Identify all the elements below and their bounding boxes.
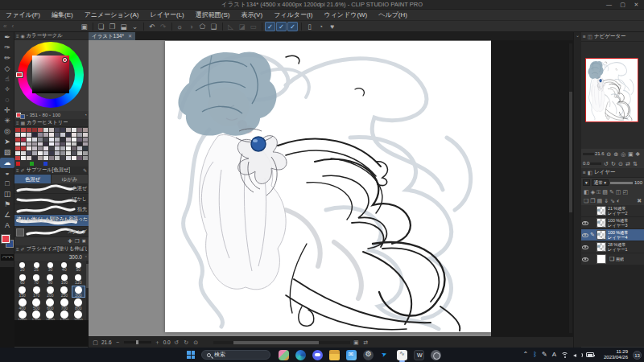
selection-border-icon[interactable]: ▭ bbox=[248, 22, 258, 31]
navigator-toggle-icon[interactable]: ▢ bbox=[92, 339, 99, 346]
history-swatch[interactable] bbox=[43, 146, 48, 150]
layer-thumbnail[interactable] bbox=[597, 242, 606, 252]
twitter-icon[interactable] bbox=[380, 350, 390, 360]
history-swatch[interactable] bbox=[32, 128, 37, 132]
add-subtool-icon[interactable]: ✚ bbox=[68, 238, 72, 245]
move-tool[interactable]: ✛ bbox=[0, 105, 14, 116]
figure-tool[interactable]: □ bbox=[0, 179, 14, 189]
navigator-rotation-slider[interactable] bbox=[590, 162, 601, 165]
clip-at-layer-below-icon[interactable]: ◧ bbox=[584, 189, 589, 195]
brush-size-50[interactable]: 50 bbox=[72, 261, 85, 274]
color-history-header[interactable]: ≡ ▦ カラーヒストリー bbox=[14, 119, 89, 127]
frame-tool[interactable]: ◫ bbox=[0, 189, 14, 200]
create-mask-icon[interactable]: ◐ bbox=[617, 198, 620, 204]
panel-menu-icon[interactable]: ≡ bbox=[583, 170, 586, 175]
menu-animation[interactable]: アニメーション(A) bbox=[79, 10, 145, 21]
reset-rotation-icon[interactable]: ⊙ bbox=[617, 160, 624, 167]
brush-size-500[interactable]: 500 bbox=[29, 298, 43, 310]
layer-opacity-value[interactable]: 100 bbox=[634, 180, 642, 185]
history-marker[interactable] bbox=[30, 162, 34, 166]
deselect-icon[interactable]: ⬠ bbox=[197, 22, 208, 31]
history-swatch[interactable] bbox=[83, 146, 88, 150]
brush-size-700[interactable]: 700 bbox=[57, 298, 71, 310]
history-swatch[interactable] bbox=[21, 146, 26, 150]
document-tab[interactable]: イラスト134* ✕ bbox=[89, 32, 135, 40]
subtool-item[interactable]: 色混ぜ bbox=[14, 183, 89, 194]
history-swatch[interactable] bbox=[66, 156, 71, 160]
wifi-icon[interactable] bbox=[561, 352, 568, 358]
brush-size-value[interactable]: 300.0 bbox=[69, 254, 82, 260]
widgets-weather-icon[interactable] bbox=[279, 350, 289, 360]
brush-size-value-row[interactable]: 300.0 ⌃⌄ bbox=[14, 253, 89, 261]
history-swatch[interactable] bbox=[49, 156, 54, 160]
history-swatch[interactable] bbox=[38, 133, 43, 137]
status-flip-icon[interactable]: ⇄ bbox=[362, 339, 369, 346]
foreground-color-swatch[interactable] bbox=[2, 235, 10, 243]
color-wheel[interactable] bbox=[14, 40, 89, 111]
mail-icon[interactable] bbox=[346, 350, 357, 360]
layer-visibility-icon[interactable] bbox=[582, 257, 588, 261]
history-swatch[interactable] bbox=[72, 138, 76, 142]
decoration-tool[interactable]: ✳ bbox=[0, 116, 14, 126]
brush-size-70[interactable]: 70 bbox=[29, 274, 43, 286]
right-dock-divider[interactable]: ⌄ bbox=[573, 32, 581, 348]
menu-selection[interactable]: 選択範囲(S) bbox=[190, 10, 236, 21]
start-button[interactable] bbox=[187, 351, 195, 359]
layer-thumbnail[interactable] bbox=[597, 230, 606, 240]
collapse-panel-icon[interactable]: ‹ bbox=[11, 23, 14, 30]
panel-menu-icon[interactable]: ≡ bbox=[16, 34, 19, 39]
brush-size-60[interactable]: 60 bbox=[15, 274, 29, 286]
subtool-tab-色混ぜ[interactable]: 色混ぜ bbox=[14, 175, 52, 183]
new-folder-icon[interactable]: ▤ bbox=[597, 198, 603, 204]
layer-row[interactable]: 100 %通常レイヤー3 bbox=[581, 217, 644, 229]
history-swatch[interactable] bbox=[77, 133, 82, 137]
layer-row[interactable]: ✎100 %通常レイヤー4 bbox=[581, 229, 644, 241]
history-swatch[interactable] bbox=[83, 133, 88, 137]
history-swatch[interactable] bbox=[15, 151, 20, 155]
brush-size-600[interactable]: 600 bbox=[43, 298, 57, 310]
status-reset-icon[interactable]: ⊙ bbox=[192, 339, 200, 346]
history-swatch[interactable] bbox=[21, 128, 26, 132]
history-swatch[interactable] bbox=[15, 138, 20, 142]
brush-size-170[interactable]: 170 bbox=[29, 286, 43, 298]
history-swatch[interactable] bbox=[66, 142, 71, 146]
subtool-tab-ゆがみ[interactable]: ゆがみ bbox=[52, 175, 89, 183]
history-swatch[interactable] bbox=[49, 133, 54, 137]
brush-size-25[interactable]: 25 bbox=[29, 261, 43, 274]
zoom-out-icon[interactable]: ⊖ bbox=[605, 150, 613, 158]
history-swatch[interactable] bbox=[66, 128, 71, 132]
mini-background-swatch[interactable] bbox=[20, 114, 25, 119]
scale-rotate-icon[interactable]: ◺ bbox=[225, 22, 236, 31]
lasso-tool[interactable]: ◌ bbox=[0, 95, 14, 105]
close-button[interactable]: ✕ bbox=[630, 0, 642, 10]
history-swatch[interactable] bbox=[32, 133, 37, 137]
history-swatch[interactable] bbox=[83, 156, 88, 160]
layer-thumbnail[interactable] bbox=[597, 218, 606, 228]
transfer-to-lower-icon[interactable]: ⇓ bbox=[604, 198, 609, 204]
snap-to-special-ruler-icon[interactable]: ✓ bbox=[276, 22, 287, 31]
taskbar-search[interactable]: 検索 bbox=[201, 350, 270, 360]
history-swatch[interactable] bbox=[55, 133, 60, 137]
history-swatch[interactable] bbox=[32, 138, 37, 142]
history-swatch[interactable] bbox=[55, 146, 60, 150]
history-swatch[interactable] bbox=[43, 151, 48, 155]
history-swatch[interactable] bbox=[27, 146, 31, 150]
fit-to-screen-icon[interactable]: ▣ bbox=[627, 150, 634, 158]
history-swatch[interactable] bbox=[38, 156, 43, 160]
history-swatch[interactable] bbox=[32, 146, 37, 150]
flip-vertical-icon[interactable]: ⇅ bbox=[631, 160, 638, 167]
layer-panel-header[interactable]: ≡ ◧ レイヤー bbox=[581, 168, 644, 178]
selection-pen-tool[interactable]: ⚑ bbox=[0, 200, 14, 210]
history-swatch[interactable] bbox=[21, 138, 26, 142]
subtool-item[interactable]: スタンプ bbox=[14, 227, 89, 237]
eyedropper-tool[interactable]: ✧ bbox=[0, 84, 14, 95]
history-swatch[interactable] bbox=[43, 128, 48, 132]
menu-view[interactable]: 表示(V) bbox=[235, 10, 268, 21]
clear-outside-selection-icon[interactable]: ◑ bbox=[186, 22, 196, 31]
subtool-item[interactable]: 塗りも伸ばしも馴染みも欲張った bbox=[14, 215, 89, 227]
canvas-viewport[interactable] bbox=[89, 40, 573, 336]
tablet-mode-icon[interactable]: ▯ bbox=[304, 22, 315, 31]
panel-menu-icon[interactable]: ≡ bbox=[583, 34, 586, 39]
status-zoom-in-icon[interactable]: ＋ bbox=[154, 339, 161, 347]
open-file-icon[interactable]: ❐ bbox=[107, 22, 118, 31]
